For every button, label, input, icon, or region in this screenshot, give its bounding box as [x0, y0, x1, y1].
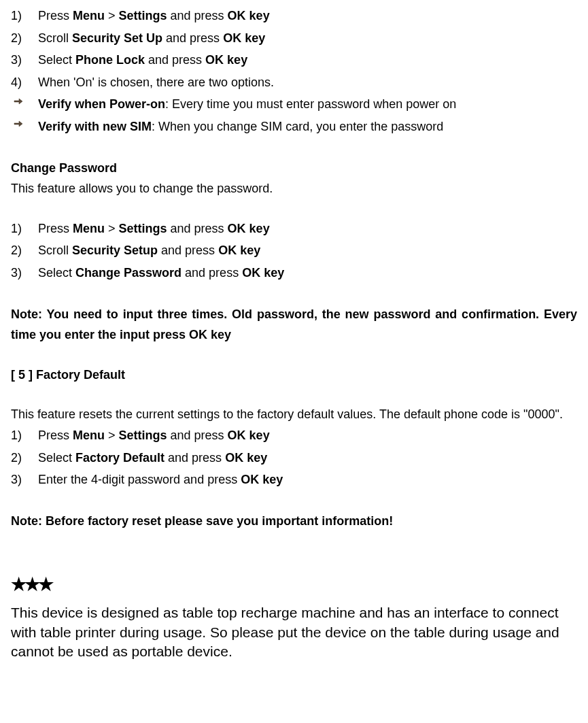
- section-heading: [ 5 ] Factory Default: [11, 365, 577, 386]
- list-content: Scroll Security Set Up and press OK key: [38, 28, 577, 49]
- list-number: 3): [11, 50, 38, 71]
- list-item: 2) Scroll Security Setup and press OK ke…: [11, 240, 577, 261]
- list-content: Select Factory Default and press OK key: [38, 448, 577, 469]
- bullet-content: Verify when Power-on: Every time you mus…: [38, 94, 577, 115]
- list-item: 1) Press Menu > Settings and press OK ke…: [11, 5, 577, 27]
- list-number: 2): [11, 240, 38, 261]
- list-item: 3) Enter the 4-digit password and press …: [11, 469, 577, 490]
- bullet-item: Verify with new SIM: When you change SIM…: [11, 116, 577, 137]
- arrow-bullet-icon: [11, 94, 38, 106]
- list-number: 2): [11, 28, 38, 49]
- section-description: This feature resets the current settings…: [11, 404, 577, 425]
- list-item: 1) Press Menu > Settings and press OK ke…: [11, 425, 577, 446]
- list-content: Enter the 4-digit password and press OK …: [38, 469, 577, 490]
- list-number: 2): [11, 448, 38, 469]
- list-number: 1): [11, 218, 38, 239]
- list-number: 4): [11, 72, 38, 93]
- list-item: 2) Scroll Security Set Up and press OK k…: [11, 28, 577, 49]
- note-text: Note: Before factory reset please save y…: [11, 511, 577, 532]
- section-heading: Change Password: [11, 158, 577, 179]
- section-description: This feature allows you to change the pa…: [11, 178, 577, 199]
- footer-disclaimer: This device is designed as table top rec…: [11, 603, 577, 661]
- list-number: 1): [11, 425, 38, 446]
- list-content: Scroll Security Setup and press OK key: [38, 240, 577, 261]
- list-item: 3) Select Phone Lock and press OK key: [11, 50, 577, 71]
- arrow-bullet-icon: [11, 116, 38, 129]
- list-content: Press Menu > Settings and press OK key: [38, 425, 577, 446]
- list-item: 4) When 'On' is chosen, there are two op…: [11, 72, 577, 93]
- list-content: When 'On' is chosen, there are two optio…: [38, 72, 577, 93]
- list-number: 3): [11, 469, 38, 490]
- star-rating-icon: ★★★: [11, 569, 577, 599]
- list-item: 2) Select Factory Default and press OK k…: [11, 448, 577, 469]
- list-content: Select Change Password and press OK key: [38, 263, 577, 284]
- list-content: Select Phone Lock and press OK key: [38, 50, 577, 71]
- bullet-content: Verify with new SIM: When you change SIM…: [38, 116, 577, 137]
- list-content: Press Menu > Settings and press OK key: [38, 218, 577, 239]
- list-item: 1) Press Menu > Settings and press OK ke…: [11, 218, 577, 239]
- list-number: 1): [11, 5, 38, 27]
- bullet-item: Verify when Power-on: Every time you mus…: [11, 94, 577, 115]
- list-number: 3): [11, 263, 38, 284]
- note-text: Note: You need to input three times. Old…: [11, 304, 577, 346]
- list-item: 3) Select Change Password and press OK k…: [11, 263, 577, 284]
- list-content: Press Menu > Settings and press OK key: [38, 5, 577, 27]
